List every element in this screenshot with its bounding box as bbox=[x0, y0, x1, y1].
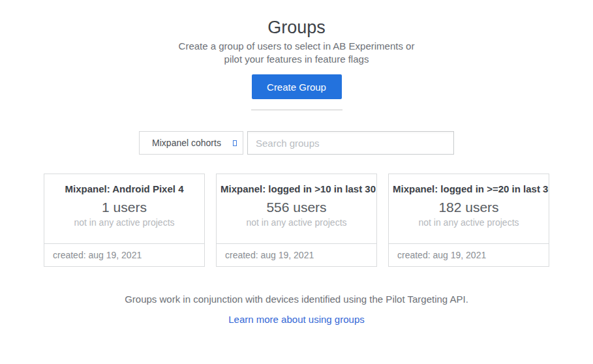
group-card-title: Mixpanel: Android Pixel 4 bbox=[44, 183, 204, 195]
group-cards-row: Mixpanel: Android Pixel 4 1 users not in… bbox=[0, 174, 593, 267]
group-card[interactable]: Mixpanel: logged in >10 in last 30 ... 5… bbox=[216, 174, 377, 267]
page-subtitle-line2: pilot your features in feature flags bbox=[0, 53, 593, 66]
group-card-body: Mixpanel: logged in >10 in last 30 ... 5… bbox=[217, 174, 376, 243]
cohort-source-select[interactable]: Mixpanel cohorts bbox=[139, 131, 243, 155]
page-subtitle: Create a group of users to select in AB … bbox=[0, 40, 593, 66]
cohort-source-select-value: Mixpanel cohorts bbox=[152, 138, 221, 148]
group-card[interactable]: Mixpanel: logged in >=20 in last 30... 1… bbox=[388, 174, 549, 267]
create-group-button[interactable]: Create Group bbox=[252, 74, 342, 99]
search-groups-input[interactable] bbox=[247, 131, 454, 155]
group-card-status: not in any active projects bbox=[44, 217, 204, 228]
group-card-created: created: aug 19, 2021 bbox=[44, 243, 204, 266]
section-divider bbox=[251, 110, 342, 110]
group-card-title: Mixpanel: logged in >10 in last 30 ... bbox=[217, 183, 376, 195]
group-card-title: Mixpanel: logged in >=20 in last 30... bbox=[389, 183, 549, 195]
page-title: Groups bbox=[0, 18, 593, 37]
group-card-body: Mixpanel: Android Pixel 4 1 users not in… bbox=[44, 174, 204, 243]
group-card[interactable]: Mixpanel: Android Pixel 4 1 users not in… bbox=[44, 174, 205, 267]
groups-page: Groups Create a group of users to select… bbox=[0, 0, 593, 326]
group-card-status: not in any active projects bbox=[389, 217, 549, 228]
filter-row: Mixpanel cohorts bbox=[0, 131, 593, 155]
group-card-created: created: aug 19, 2021 bbox=[217, 243, 376, 266]
page-subtitle-line1: Create a group of users to select in AB … bbox=[0, 40, 593, 53]
group-card-status: not in any active projects bbox=[217, 217, 376, 228]
group-card-users-count: 182 users bbox=[389, 200, 549, 215]
missing-glyph-icon bbox=[233, 140, 237, 146]
group-card-users-count: 556 users bbox=[217, 200, 376, 215]
learn-more-link[interactable]: Learn more about using groups bbox=[228, 313, 364, 326]
group-card-created: created: aug 19, 2021 bbox=[389, 243, 549, 266]
footer-info-text: Groups work in conjunction with devices … bbox=[0, 293, 593, 306]
group-card-body: Mixpanel: logged in >=20 in last 30... 1… bbox=[389, 174, 549, 243]
group-card-users-count: 1 users bbox=[44, 200, 204, 215]
